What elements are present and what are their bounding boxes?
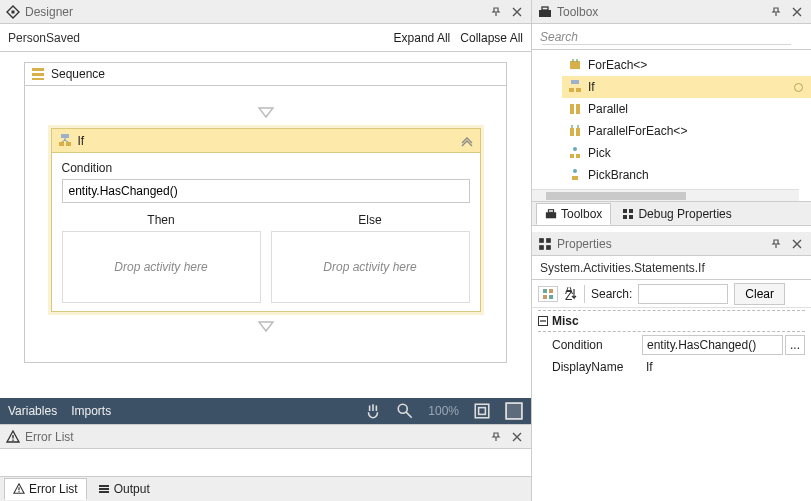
svg-rect-13 — [12, 439, 13, 440]
tab-label: Error List — [29, 482, 78, 496]
category-header[interactable]: Misc — [538, 310, 805, 332]
condition-input[interactable] — [62, 179, 470, 203]
expand-all-link[interactable]: Expand All — [394, 31, 451, 45]
svg-rect-3 — [32, 78, 44, 80]
toolbox-item-label: If — [588, 80, 595, 94]
tab-output[interactable]: Output — [89, 478, 159, 500]
close-icon[interactable] — [789, 4, 805, 20]
prop-value[interactable]: If — [642, 357, 803, 377]
svg-rect-33 — [572, 176, 578, 180]
drop-indicator-bottom[interactable] — [257, 320, 275, 334]
toolbox-icon — [538, 5, 552, 19]
svg-rect-16 — [99, 485, 109, 487]
toolbox-item-parallel[interactable]: Parallel — [562, 98, 811, 120]
svg-rect-21 — [570, 61, 580, 69]
parallelforeach-icon — [568, 124, 582, 138]
toolbox-title-bar: Toolbox — [532, 0, 811, 24]
error-list-panel: Error List Error List Output — [0, 424, 531, 501]
condition-label: Condition — [62, 161, 470, 175]
if-activity[interactable]: If Condition Then Drop activity here — [51, 128, 481, 312]
toolbox-search[interactable]: Search — [532, 24, 811, 50]
pan-icon[interactable] — [364, 402, 382, 420]
svg-rect-4 — [61, 134, 69, 138]
pin-icon[interactable] — [768, 236, 784, 252]
else-dropzone[interactable]: Drop activity here — [271, 231, 470, 303]
search-placeholder: Search — [540, 30, 578, 44]
toolbox-item-label: Pick — [588, 146, 611, 160]
svg-rect-22 — [571, 80, 579, 84]
prop-row-condition: Condition entity.HasChanged() ... — [538, 334, 805, 356]
variables-link[interactable]: Variables — [8, 404, 57, 418]
close-icon[interactable] — [789, 236, 805, 252]
tab-toolbox[interactable]: Toolbox — [536, 203, 611, 225]
zoom-level[interactable]: 100% — [428, 404, 459, 418]
tab-error-list[interactable]: Error List — [4, 478, 87, 500]
drop-indicator-top[interactable] — [257, 106, 275, 120]
collapse-box-icon — [538, 316, 548, 326]
collapse-chevron-icon[interactable] — [460, 135, 474, 147]
svg-rect-49 — [549, 295, 553, 299]
toolbox-item-foreach[interactable]: ForEach<> — [562, 54, 811, 76]
properties-search-input[interactable] — [638, 284, 728, 304]
designer-canvas[interactable]: Sequence If Condition — [0, 52, 531, 398]
pin-icon[interactable] — [768, 4, 784, 20]
sequence-body: If Condition Then Drop activity here — [24, 86, 507, 363]
designer-title: Designer — [25, 5, 483, 19]
svg-rect-25 — [570, 104, 574, 114]
toolbox-item-parallelforeach[interactable]: ParallelForEach<> — [562, 120, 811, 142]
breadcrumb[interactable]: PersonSaved — [8, 31, 384, 45]
svg-rect-41 — [629, 215, 633, 219]
zoom-icon[interactable] — [396, 402, 414, 420]
then-dropzone[interactable]: Drop activity here — [62, 231, 261, 303]
svg-rect-45 — [546, 245, 551, 250]
svg-rect-38 — [623, 209, 627, 213]
fit-icon[interactable] — [473, 402, 491, 420]
svg-rect-2 — [32, 73, 44, 76]
warning-icon — [6, 430, 20, 444]
search-label: Search: — [591, 287, 632, 301]
pickbranch-icon — [568, 168, 582, 182]
toolbox-list: ForEach<> If Parallel ParallelForEach<> … — [532, 50, 811, 202]
else-label: Else — [271, 213, 470, 231]
prop-value-input[interactable]: entity.HasChanged() — [642, 335, 783, 355]
prop-ellipsis-button[interactable]: ... — [785, 335, 805, 355]
svg-rect-6 — [66, 142, 71, 146]
svg-rect-8 — [475, 404, 489, 418]
toolbox-item-pickbranch[interactable]: PickBranch — [562, 164, 811, 186]
toolbox-icon — [545, 208, 557, 220]
collapse-all-link[interactable]: Collapse All — [460, 31, 523, 45]
svg-rect-23 — [569, 88, 574, 92]
pin-icon[interactable] — [488, 429, 504, 445]
toolbox-item-if[interactable]: If — [562, 76, 811, 98]
designer-subheader: PersonSaved Expand All Collapse All — [0, 24, 531, 52]
category-name: Misc — [552, 314, 579, 328]
sequence-header[interactable]: Sequence — [24, 62, 507, 86]
svg-rect-11 — [506, 403, 522, 419]
svg-rect-40 — [623, 215, 627, 219]
parallel-icon — [568, 102, 582, 116]
overview-icon[interactable] — [505, 402, 523, 420]
foreach-icon — [568, 58, 582, 72]
categorized-icon[interactable] — [538, 286, 558, 302]
then-branch: Then Drop activity here — [62, 213, 261, 303]
sort-alpha-icon[interactable]: AZ — [564, 287, 578, 301]
sequence-label: Sequence — [51, 67, 105, 81]
svg-rect-17 — [99, 488, 109, 490]
horizontal-scrollbar[interactable] — [532, 189, 799, 201]
tab-label: Debug Properties — [638, 207, 731, 221]
if-icon — [58, 134, 72, 148]
pin-icon[interactable] — [488, 4, 504, 20]
prop-name: Condition — [538, 338, 642, 352]
imports-link[interactable]: Imports — [71, 404, 111, 418]
close-icon[interactable] — [509, 4, 525, 20]
toolbox-item-pick[interactable]: Pick — [562, 142, 811, 164]
svg-rect-27 — [570, 128, 574, 136]
sequence-icon — [31, 67, 45, 81]
clear-button[interactable]: Clear — [734, 283, 785, 305]
close-icon[interactable] — [509, 429, 525, 445]
if-header[interactable]: If — [52, 129, 480, 153]
tab-debug-properties[interactable]: Debug Properties — [613, 203, 740, 225]
toolbox-item-label: PickBranch — [588, 168, 649, 182]
if-body: Condition Then Drop activity here Else D… — [52, 153, 480, 311]
toolbox-item-label: Parallel — [588, 102, 628, 116]
